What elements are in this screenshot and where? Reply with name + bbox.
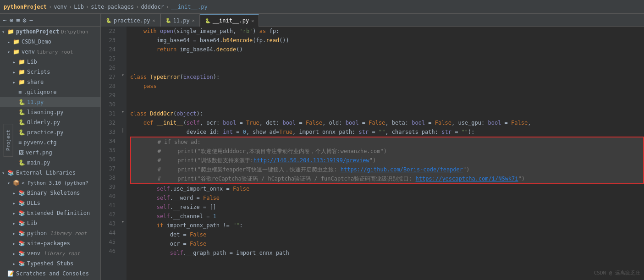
arrow-icon: ▸ [13, 60, 18, 65]
gutter: ▾ ▾ | ▾ [119, 27, 127, 280]
tree-item[interactable]: ▾ 📁 pythonProject D:\python [0, 27, 100, 37]
tab-11py[interactable]: 🐍 11.py ✕ [160, 14, 200, 27]
code-line: if import_onnx_path != "": [130, 221, 644, 230]
tree-item[interactable]: ▾ 📦 < Python 3.10 (pythonP [0, 178, 100, 188]
tab-py-icon3: 🐍 [205, 18, 210, 23]
tree-item[interactable]: 🖼 verf.png [0, 148, 100, 158]
tree-item[interactable]: ▸ 📁 share [0, 77, 100, 87]
code-line: # print("训练数据支持来源于:http://146.56.204.113… [131, 156, 643, 165]
tree-item[interactable]: 📝 Scratches and Consoles [0, 269, 100, 279]
tree-item[interactable]: ▾ 📁 venv library root [0, 47, 100, 57]
tree-item[interactable]: 🐍 practice.py [0, 127, 100, 137]
watermark: CSDN @ 远离疲乏庄 [594, 269, 640, 276]
tree-item[interactable]: ▾ 📚 External Libraries [0, 168, 100, 178]
venv-type: library root [37, 49, 73, 55]
py-icon: 🐍 [18, 159, 25, 166]
csdn-demo-label: CSDN_Demo [22, 38, 51, 45]
breadcrumb-site-packages[interactable]: site-packages [91, 4, 134, 10]
tree-item[interactable]: 🐍 11.py [0, 97, 100, 107]
tree-item[interactable]: 🐍 liaoning.py [0, 107, 100, 117]
code-line: # print("谷歌reCaptcha验证码 / hCaptcha验证码 / … [131, 174, 643, 183]
project-label: pythonProject [16, 28, 59, 35]
png-icon: 🖼 [18, 149, 24, 156]
breadcrumb-file[interactable]: __init__.py [171, 4, 207, 10]
tree-item[interactable]: ▸ 📚 site-packages [0, 238, 100, 248]
close-icon[interactable]: ✕ [152, 18, 155, 23]
py-icon: 🐍 [18, 99, 25, 105]
venv-label: venv [22, 49, 35, 55]
binary-skel-label: Binary Skeletons [27, 190, 80, 196]
lib-icon: 📚 [18, 210, 25, 216]
lib-icon: 📚 [18, 250, 25, 257]
liaoning-label: liaoning.py [27, 109, 63, 115]
ext-def-label: Extended Definition [27, 210, 90, 216]
tree-item[interactable]: ▸ 📁 CSDN_Demo [0, 37, 100, 47]
arrow-icon: ▸ [13, 201, 18, 206]
py-icon: 🐍 [18, 109, 25, 115]
minimize-icon[interactable]: − [29, 16, 33, 24]
breadcrumb-ddddocr[interactable]: ddddocr [141, 4, 164, 10]
venv2-label: venv library root [27, 250, 80, 257]
project-side-tab[interactable]: Project [4, 123, 13, 156]
lib-icon: 📚 [18, 260, 25, 267]
breadcrumb-lib[interactable]: Lib [74, 4, 84, 10]
cfg-icon: ≡ [18, 139, 22, 146]
breadcrumb-sep2: › [69, 4, 72, 10]
editor-area: 🐍 practice.py ✕ 🐍 11.py ✕ 🐍 __init__.py … [101, 14, 644, 280]
tree-item[interactable]: ▸ 📚 Binary Skeletons [0, 188, 100, 198]
tree-item[interactable]: 🐍 main.py [0, 158, 100, 168]
tree-item[interactable]: ▸ 📚 DLLs [0, 198, 100, 208]
tree-item[interactable]: ▸ 📚 Extended Definition [0, 208, 100, 218]
add-icon[interactable]: ⊕ [9, 16, 13, 24]
tree-item[interactable]: ▸ 📚 venv library root [0, 248, 100, 258]
collapse-icon[interactable]: ⋯ [3, 16, 6, 24]
py-icon: 🐍 [18, 119, 25, 126]
tab-py-icon2: 🐍 [165, 18, 171, 23]
py-icon: 🐍 [18, 129, 25, 136]
tree-item[interactable]: ▸ 📚 Lib [0, 218, 100, 228]
code-line: det = False [130, 230, 644, 239]
lib-label: Lib [27, 59, 37, 65]
code-line: pass [130, 82, 644, 91]
settings-icon[interactable]: ⚙ [22, 16, 26, 24]
scripts-label: Scripts [27, 69, 50, 75]
folder-icon: 📁 [18, 69, 25, 75]
verf-label: verf.png [26, 149, 52, 156]
code-line: # print("欢迎使用ddddocr,本项目专注带动行业内卷，个人博客:we… [131, 147, 643, 156]
code-container: 2223242526 2728293031 3233343536 3738394… [101, 27, 644, 280]
arrow-icon: ▾ [7, 49, 13, 55]
tree-item[interactable]: 🐍 Olderly.py [0, 117, 100, 127]
close-icon2[interactable]: ✕ [192, 18, 195, 23]
tree-item[interactable]: ≡ .gitignore [0, 87, 100, 97]
code-line: img_base64 = base64.b64encode(fp.read()) [130, 36, 644, 45]
sort-icon[interactable]: ≡ [16, 16, 20, 24]
ext-lib-label: External Libraries [16, 170, 76, 176]
code-line: class DdddOcr(object): [130, 109, 644, 118]
site-pkg-label: site-packages [27, 240, 70, 247]
code-line [130, 54, 644, 63]
tab-py-icon: 🐍 [106, 18, 111, 23]
tab-init-label: __init__.py [213, 17, 249, 24]
tree-item[interactable]: ▸ 📚 python library root [0, 228, 100, 238]
tab-init[interactable]: 🐍 __init__.py ✕ [200, 14, 259, 27]
breadcrumb-venv[interactable]: venv [54, 4, 67, 10]
arrow-icon: ▸ [7, 39, 13, 44]
tree-item[interactable]: ▸ 📁 Scripts [0, 67, 100, 77]
close-icon3[interactable]: ✕ [251, 18, 254, 23]
code-lines[interactable]: with open(single_image_path, 'rb') as fp… [127, 27, 644, 280]
folder-open-icon: 📁 [13, 49, 20, 55]
ext-lib-icon: 📚 [7, 170, 14, 176]
code-line: ocr = False [130, 239, 644, 248]
folder-icon: 📁 [18, 79, 25, 85]
arrow-icon: ▸ [13, 221, 18, 226]
11py-label: 11.py [27, 99, 44, 105]
tree-item[interactable]: ≡ pyvenv.cfg [0, 137, 100, 148]
typeshed-label: Typeshed Stubs [27, 260, 73, 267]
breadcrumb: pythonProject › venv › Lib › site-packag… [4, 4, 208, 10]
tab-bar: 🐍 practice.py ✕ 🐍 11.py ✕ 🐍 __init__.py … [101, 14, 644, 27]
tree-item[interactable]: ▸ 📚 Typeshed Stubs [0, 258, 100, 269]
code-line: # print("爬虫框架feapder可快速一键接入，快速开启爬虫之旅: ht… [131, 165, 643, 174]
tree-item[interactable]: ▸ 📁 Lib [0, 57, 100, 67]
breadcrumb-project[interactable]: pythonProject [4, 4, 47, 10]
tab-practice[interactable]: 🐍 practice.py ✕ [101, 14, 160, 27]
